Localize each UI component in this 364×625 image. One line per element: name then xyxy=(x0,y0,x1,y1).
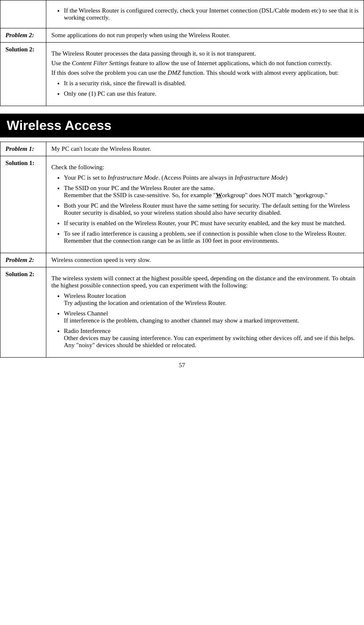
list-item: It is a security risk, since the firewal… xyxy=(64,80,359,87)
list-item: Your PC is set to Infrastructure Mode. (… xyxy=(64,174,359,181)
table-row: Solution 2: The Wireless Router processe… xyxy=(0,43,364,106)
top-table: If the Wireless Router is configured cor… xyxy=(0,0,364,106)
paragraph: The Wireless Router processes the data p… xyxy=(51,50,359,57)
content-cell: Some applications do not run properly wh… xyxy=(46,28,364,43)
content-cell: The wireless system will connect at the … xyxy=(46,267,364,358)
paragraph: Check the following: xyxy=(51,164,359,171)
paragraph: Use the Content Filter Settings feature … xyxy=(51,60,359,67)
solution-content: The wireless system will connect at the … xyxy=(51,271,359,354)
table-row: Problem 1: My PC can't locate the Wirele… xyxy=(0,142,364,156)
problem-label: Problem 1: xyxy=(0,142,46,156)
solution-content: Check the following: Your PC is set to I… xyxy=(51,160,359,249)
problem-label: Problem 2: xyxy=(0,28,46,43)
wireless-access-header: Wireless Access xyxy=(0,114,364,137)
list-item: If security is enabled on the Wireless R… xyxy=(64,220,359,227)
content-cell: If the Wireless Router is configured cor… xyxy=(46,0,364,28)
solution-label: Solution 2: xyxy=(0,267,46,358)
label-cell xyxy=(0,0,46,28)
list-item: Both your PC and the Wireless Router mus… xyxy=(64,202,359,216)
list-item: The SSID on your PC and the Wireless Rou… xyxy=(64,185,359,199)
solution-label: Solution 2: xyxy=(0,43,46,106)
table-row: Solution 1: Check the following: Your PC… xyxy=(0,156,364,253)
list-item: Only one (1) PC can use this feature. xyxy=(64,90,359,97)
table-row: Solution 2: The wireless system will con… xyxy=(0,267,364,358)
table-row: If the Wireless Router is configured cor… xyxy=(0,0,364,28)
paragraph: If this does solve the problem you can u… xyxy=(51,69,359,76)
solution-content: The Wireless Router processes the data p… xyxy=(51,46,359,102)
table-row: Problem 2: Wireless connection speed is … xyxy=(0,253,364,267)
content-cell: Wireless connection speed is very slow. xyxy=(46,253,364,267)
list-item: Radio Interference Other devices may be … xyxy=(64,328,359,349)
list-item: If the Wireless Router is configured cor… xyxy=(64,7,359,21)
table-row: Problem 2: Some applications do not run … xyxy=(0,28,364,43)
list-item: Wireless Channel If interference is the … xyxy=(64,310,359,324)
list-item: To see if radio interference is causing … xyxy=(64,230,359,244)
wireless-table: Problem 1: My PC can't locate the Wirele… xyxy=(0,142,364,358)
problem-label: Problem 2: xyxy=(0,253,46,267)
page-number: 57 xyxy=(0,358,364,373)
paragraph: The wireless system will connect at the … xyxy=(51,275,359,289)
list-item: Wireless Router location Try adjusting t… xyxy=(64,292,359,307)
solution-label: Solution 1: xyxy=(0,156,46,253)
page: If the Wireless Router is configured cor… xyxy=(0,0,364,373)
content-cell: Check the following: Your PC is set to I… xyxy=(46,156,364,253)
content-cell: The Wireless Router processes the data p… xyxy=(46,43,364,106)
content-cell: My PC can't locate the Wireless Router. xyxy=(46,142,364,156)
